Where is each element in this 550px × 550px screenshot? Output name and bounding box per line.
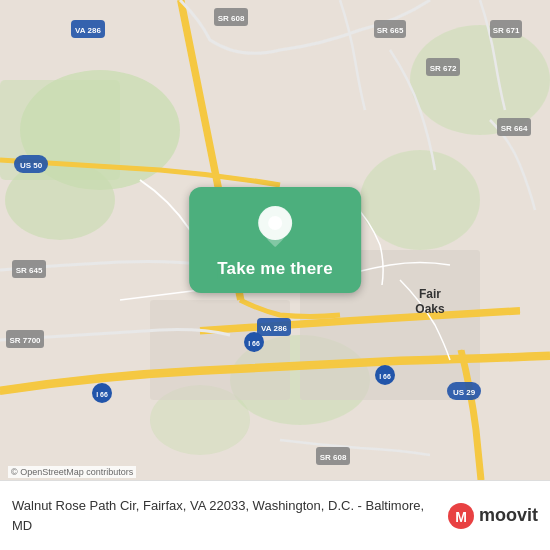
svg-text:SR 665: SR 665	[377, 26, 404, 35]
take-me-there-button[interactable]: Take me there	[217, 259, 333, 279]
svg-point-6	[360, 150, 480, 250]
address-section: Walnut Rose Path Cir, Fairfax, VA 22033,…	[12, 496, 439, 534]
moovit-logo: M moovit	[447, 502, 538, 530]
svg-text:Oaks: Oaks	[415, 302, 445, 316]
svg-text:US 29: US 29	[453, 388, 476, 397]
svg-text:SR 608: SR 608	[320, 453, 347, 462]
svg-text:Fair: Fair	[419, 287, 441, 301]
svg-point-43	[268, 216, 282, 230]
svg-text:SR 671: SR 671	[493, 26, 520, 35]
svg-text:M: M	[455, 509, 467, 525]
location-pin-area: Take me there	[189, 187, 361, 293]
button-overlay: Take me there	[189, 187, 361, 293]
map-container: VA 286 SR 608 SR 665 SR 671 US 50 SR 672…	[0, 0, 550, 480]
svg-text:SR 645: SR 645	[16, 266, 43, 275]
moovit-brand-name: moovit	[479, 505, 538, 526]
svg-text:VA 286: VA 286	[75, 26, 101, 35]
svg-text:SR 7700: SR 7700	[9, 336, 41, 345]
svg-text:I 66: I 66	[248, 340, 260, 347]
map-attribution: © OpenStreetMap contributors	[8, 466, 136, 478]
svg-text:I 66: I 66	[96, 391, 108, 398]
svg-text:SR 672: SR 672	[430, 64, 457, 73]
moovit-brand-icon: M	[447, 502, 475, 530]
svg-text:US 50: US 50	[20, 161, 43, 170]
svg-text:SR 608: SR 608	[218, 14, 245, 23]
bottom-bar: Walnut Rose Path Cir, Fairfax, VA 22033,…	[0, 480, 550, 550]
location-pin-icon	[257, 205, 293, 249]
svg-rect-9	[150, 300, 290, 400]
svg-text:I 66: I 66	[379, 373, 391, 380]
svg-text:VA 286: VA 286	[261, 324, 287, 333]
svg-text:SR 664: SR 664	[501, 124, 528, 133]
address-text: Walnut Rose Path Cir, Fairfax, VA 22033,…	[12, 498, 424, 532]
